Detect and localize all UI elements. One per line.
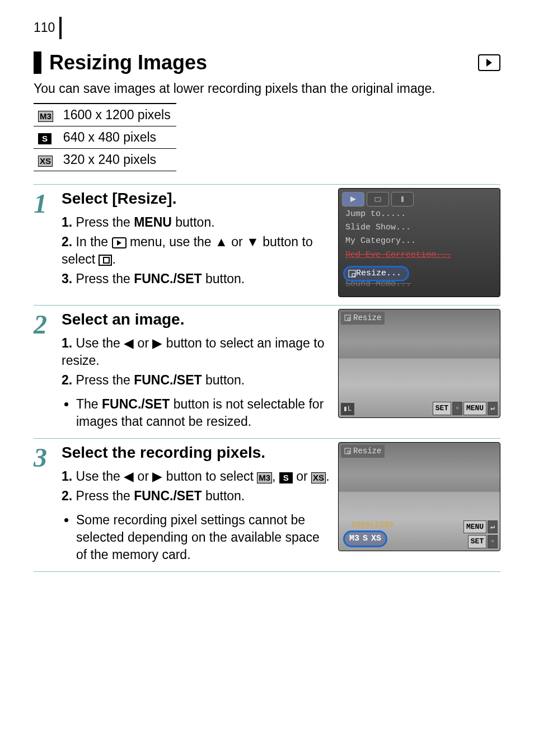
pixel-option-text: 320 x 240 pixels bbox=[59, 148, 176, 171]
item-number: 2. bbox=[62, 489, 72, 503]
confirm-icon: ▫ bbox=[488, 535, 498, 548]
resize-screen-label: Resize bbox=[341, 445, 385, 458]
item-number: 2. bbox=[62, 234, 72, 249]
item-number: 3. bbox=[62, 271, 72, 286]
step-number: 1 bbox=[34, 190, 54, 297]
step-body: Select an image. 1. Use the or button to… bbox=[62, 309, 330, 430]
table-row: M3 1600 x 1200 pixels bbox=[34, 104, 176, 126]
item-number: 1. bbox=[62, 215, 72, 229]
print-tab-icon bbox=[367, 192, 389, 206]
list-item: 1. Use the or button to select M3, S or … bbox=[62, 468, 330, 485]
playback-mode-icon bbox=[478, 54, 500, 71]
menu-category: My Category... bbox=[345, 234, 493, 248]
resize-menu-icon bbox=[99, 255, 112, 266]
svg-rect-2 bbox=[401, 196, 404, 202]
menu-chip: MENU bbox=[463, 520, 486, 534]
svg-rect-8 bbox=[348, 451, 350, 453]
resize-screen-label: Resize bbox=[341, 312, 385, 325]
left-arrow-icon bbox=[124, 336, 134, 350]
page-title: Resizing Images bbox=[49, 49, 207, 77]
step-3: 3 Select the recording pixels. 1. Use th… bbox=[34, 438, 500, 572]
list-item: 1. Press the MENU button. bbox=[62, 214, 330, 231]
func-set-label: FUNC./SET bbox=[102, 397, 170, 411]
menu-slideshow: Slide Show... bbox=[345, 221, 493, 234]
down-arrow-icon bbox=[246, 234, 259, 249]
menu-button-label: MENU bbox=[134, 215, 172, 229]
func-set-label: FUNC./SET bbox=[134, 489, 202, 503]
step-notes: The FUNC./SET button is not selectable f… bbox=[62, 396, 330, 430]
play-tab-icon bbox=[342, 192, 364, 206]
opt-s: S bbox=[363, 533, 368, 544]
step-2: 2 Select an image. 1. Use the or button … bbox=[34, 305, 500, 439]
screenshot-step3: Resize 1600x1200 M3 S XS MENU ↵ SET ▫ bbox=[338, 442, 500, 564]
note-item: The FUNC./SET button is not selectable f… bbox=[76, 396, 330, 430]
step-notes: Some recording pixel settings cannot be … bbox=[62, 511, 330, 564]
step-title: Select [Resize]. bbox=[62, 188, 330, 209]
svg-rect-4 bbox=[352, 274, 355, 276]
s-badge: S bbox=[279, 472, 293, 483]
item-number: 1. bbox=[62, 469, 72, 483]
menu-redeye: Red-Eye Correction... bbox=[345, 248, 493, 262]
return-icon: ↵ bbox=[488, 520, 498, 534]
resize-chip-icon: ▫ bbox=[452, 402, 462, 415]
step-instructions: 1. Use the or button to select M3, S or … bbox=[62, 468, 330, 505]
title-left: Resizing Images bbox=[34, 49, 207, 77]
vertical-bar-decor bbox=[59, 17, 62, 39]
menu-jump: Jump to..... bbox=[345, 208, 493, 221]
pixel-option-text: 640 x 480 pixels bbox=[59, 126, 176, 148]
dimensions-text: 1600x1200 bbox=[351, 520, 394, 530]
page-number: 110 bbox=[34, 19, 55, 36]
table-row: XS 320 x 240 pixels bbox=[34, 148, 176, 171]
playback-menu-icon bbox=[112, 237, 127, 248]
step-instructions: 1. Use the or button to select an image … bbox=[62, 335, 330, 389]
step-1: 1 Select [Resize]. 1. Press the MENU but… bbox=[34, 184, 500, 306]
screenshot-step2: Resize ▮L SET ▫ MENU ↵ bbox=[338, 309, 500, 430]
tools-tab-icon bbox=[391, 192, 414, 206]
menu-chip: MENU bbox=[463, 402, 486, 415]
menu-resize-highlight: Resize... bbox=[343, 266, 409, 281]
step-title: Select an image. bbox=[62, 309, 330, 330]
pixel-option-text: 1600 x 1200 pixels bbox=[59, 104, 176, 126]
item-number: 1. bbox=[62, 336, 72, 350]
pixel-options-table: M3 1600 x 1200 pixels S 640 x 480 pixels… bbox=[34, 103, 176, 171]
camera-screen: Resize ▮L SET ▫ MENU ↵ bbox=[338, 309, 500, 418]
list-item: 2. In the menu, use the or button to sel… bbox=[62, 233, 330, 268]
list-item: 2. Press the FUNC./SET button. bbox=[62, 487, 330, 505]
xs-badge: XS bbox=[311, 472, 326, 483]
xs-badge: XS bbox=[38, 156, 53, 167]
intro-text: You can save images at lower recording p… bbox=[34, 80, 500, 97]
return-icon: ↵ bbox=[488, 402, 498, 415]
up-arrow-icon bbox=[215, 234, 228, 249]
step-title: Select the recording pixels. bbox=[62, 442, 330, 463]
camera-screen: Resize 1600x1200 M3 S XS MENU ↵ SET ▫ bbox=[338, 442, 500, 551]
step-instructions: 1. Press the MENU button. 2. In the menu… bbox=[62, 214, 330, 288]
step-number: 2 bbox=[34, 311, 54, 430]
func-set-label: FUNC./SET bbox=[134, 373, 202, 387]
svg-marker-0 bbox=[350, 196, 356, 202]
resize-icon bbox=[348, 270, 356, 278]
right-arrow-icon bbox=[152, 469, 162, 483]
page-header: 110 bbox=[34, 17, 500, 39]
set-chip: SET bbox=[433, 402, 451, 415]
title-accent-bar bbox=[34, 51, 41, 74]
right-arrow-icon bbox=[152, 336, 162, 350]
set-chip: SET bbox=[468, 535, 486, 548]
title-row: Resizing Images bbox=[34, 49, 500, 77]
item-number: 2. bbox=[62, 373, 72, 387]
step-body: Select [Resize]. 1. Press the MENU butto… bbox=[62, 188, 330, 297]
svg-rect-1 bbox=[375, 198, 381, 201]
opt-m3: M3 bbox=[349, 533, 359, 544]
list-item: 2. Press the FUNC./SET button. bbox=[62, 372, 330, 389]
s-badge: S bbox=[38, 133, 51, 144]
func-set-label: FUNC./SET bbox=[134, 271, 202, 286]
opt-xs: XS bbox=[371, 533, 381, 544]
camera-screen: Jump to..... Slide Show... My Category..… bbox=[338, 188, 500, 297]
list-item: 1. Use the or button to select an image … bbox=[62, 335, 330, 369]
list-item: 3. Press the FUNC./SET button. bbox=[62, 270, 330, 288]
size-indicator-icon: ▮L bbox=[341, 403, 354, 415]
svg-rect-6 bbox=[348, 318, 350, 320]
m3-badge: M3 bbox=[38, 111, 53, 122]
table-row: S 640 x 480 pixels bbox=[34, 126, 176, 148]
m3-badge: M3 bbox=[257, 472, 272, 483]
screenshot-step1: Jump to..... Slide Show... My Category..… bbox=[338, 188, 500, 297]
